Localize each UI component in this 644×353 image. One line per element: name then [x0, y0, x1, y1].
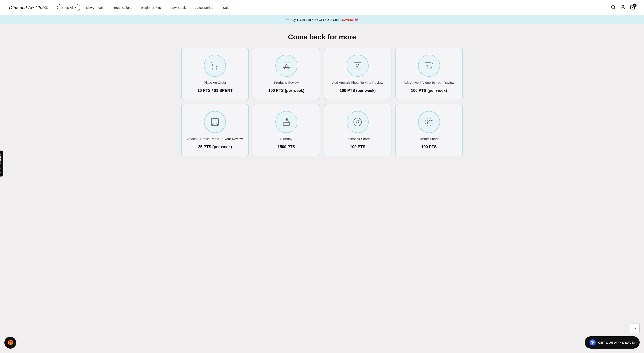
artwork-photo-points: 100 PTS (per week)	[340, 88, 376, 93]
svg-point-0	[612, 5, 614, 8]
facebook-icon-svg	[353, 117, 362, 127]
profile-photo-label: Attach A Profile Photo To Your Review	[187, 136, 243, 141]
nav-shop-all[interactable]: Shop All	[57, 4, 80, 11]
video-icon-svg	[424, 61, 434, 70]
gift-button[interactable]: 🎁	[4, 337, 16, 348]
birthday-icon-circle	[276, 111, 298, 133]
reviews-sidebar[interactable]: ★ ★ REVIEWS	[0, 150, 3, 176]
user-icon[interactable]	[620, 4, 626, 11]
cards-grid: Place An Order 10 PTS / $1 SPENT Product…	[168, 48, 476, 165]
card-artwork-photo[interactable]: Add Artwork Photo To Your Review 100 PTS…	[324, 48, 392, 100]
artwork-video-label: Add Artwork Video To Your Review	[404, 80, 454, 85]
facebook-share-label: Facebook Share	[346, 136, 370, 141]
promo-text-after: 💗	[354, 18, 358, 22]
facebook-share-icon-circle	[346, 111, 368, 133]
twitter-share-points: 100 PTS	[421, 145, 437, 149]
svg-line-10	[354, 63, 361, 69]
twitter-share-icon-circle	[418, 111, 440, 133]
nav-best-sellers[interactable]: Best Sellers	[110, 4, 136, 11]
profile-photo-points: 25 PTS (per week)	[198, 145, 232, 149]
scroll-top-button[interactable]	[630, 324, 640, 333]
twitter-icon-svg	[424, 117, 434, 127]
card-profile-photo[interactable]: Attach A Profile Photo To Your Review 25…	[181, 104, 249, 156]
svg-point-15	[214, 120, 216, 122]
nav-low-stock[interactable]: Low Stock	[166, 4, 190, 11]
cart-icon[interactable]: 0	[630, 4, 635, 11]
reviews-star-icon: ★	[0, 171, 2, 174]
birthday-points: 1500 PTS	[278, 145, 295, 149]
main-nav: Shop All New Arrivals Best Sellers Begin…	[57, 4, 610, 11]
promo-code: SAVE50	[342, 18, 354, 22]
logo[interactable]: Diamond Art Club®	[9, 5, 48, 10]
svg-point-8	[356, 64, 359, 67]
cart-icon-svg	[210, 61, 220, 70]
app-banner-label: GET OUR APP & SAVE!	[598, 341, 635, 344]
svg-rect-7	[354, 63, 361, 69]
products-review-label: Products Review	[274, 80, 299, 85]
svg-rect-6	[283, 62, 290, 68]
artwork-video-icon-circle	[418, 55, 440, 77]
card-twitter-share[interactable]: Twitter Share 100 PTS	[396, 104, 463, 156]
svg-line-1	[614, 8, 616, 9]
twitter-share-label: Twitter Share	[419, 136, 439, 141]
svg-point-5	[216, 68, 218, 70]
reviews-label: ★ REVIEWS	[0, 154, 2, 170]
page-title-section: Come back for more	[0, 24, 644, 48]
app-banner-icon: 💎	[590, 339, 596, 346]
cart-count: 0	[633, 4, 636, 7]
card-birthday[interactable]: Birthday 1500 PTS	[253, 104, 320, 156]
svg-point-22	[425, 118, 433, 126]
svg-point-9	[357, 65, 358, 66]
birthday-icon-svg	[282, 117, 291, 127]
review-icon-svg	[282, 61, 291, 70]
promo-banner: 💎 Buy 1, Get 1 at 50% OFF! Use Code: SAV…	[0, 16, 644, 24]
svg-point-2	[622, 5, 624, 7]
nav-beginner-kits[interactable]: Beginner Kits	[137, 4, 165, 11]
place-order-label: Place An Order	[204, 80, 226, 85]
place-order-icon-circle	[204, 55, 226, 77]
profile-photo-icon-circle	[204, 111, 226, 133]
search-icon[interactable]	[610, 4, 616, 11]
card-facebook-share[interactable]: Facebook Share 100 PTS	[324, 104, 392, 156]
artwork-video-points: 100 PTS (per week)	[411, 88, 447, 93]
products-review-icon-circle	[276, 55, 298, 77]
svg-rect-17	[284, 121, 288, 122]
page-title: Come back for more	[4, 33, 640, 41]
promo-text-before: 💎 Buy 1, Get 1 at 50% OFF! Use Code:	[286, 18, 342, 22]
header: Diamond Art Club® Shop All New Arrivals …	[0, 0, 644, 16]
svg-point-4	[212, 68, 213, 70]
card-place-order[interactable]: Place An Order 10 PTS / $1 SPENT	[181, 48, 249, 100]
products-review-points: 100 PTS (per week)	[268, 88, 304, 93]
nav-accessories[interactable]: Accessories	[192, 4, 217, 11]
birthday-label: Birthday	[280, 136, 292, 141]
facebook-share-points: 100 PTS	[350, 145, 365, 149]
card-products-review[interactable]: Products Review 100 PTS (per week)	[253, 48, 320, 100]
artwork-photo-label: Add Artwork Photo To Your Review	[332, 80, 383, 85]
nav-sale[interactable]: Sale	[219, 4, 234, 11]
header-icons: 0	[610, 4, 635, 11]
photo-icon-svg	[353, 61, 362, 70]
profile-icon-svg	[210, 117, 220, 127]
app-banner[interactable]: 💎 GET OUR APP & SAVE!	[585, 336, 640, 348]
place-order-points: 10 PTS / $1 SPENT	[198, 88, 232, 93]
artwork-photo-icon-circle	[346, 55, 368, 77]
nav-new-arrivals[interactable]: New Arrivals	[82, 4, 108, 11]
card-artwork-video[interactable]: Add Artwork Video To Your Review 100 PTS…	[396, 48, 463, 100]
